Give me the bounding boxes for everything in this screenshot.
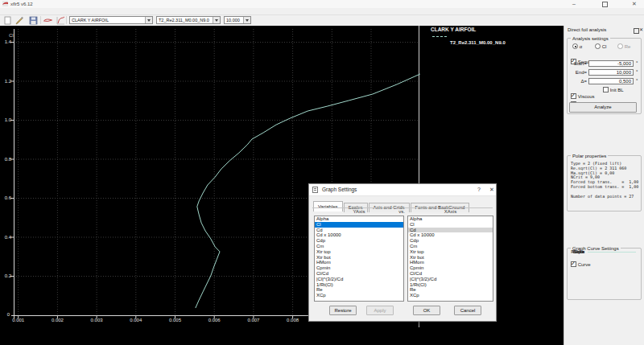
dialog-tabs: VariablesScalesAxis and GridsFonts and B… — [313, 198, 470, 207]
foil-select[interactable]: CLARK Y AIRFOIL — [69, 16, 153, 24]
xaxis-list-item[interactable]: Re — [408, 287, 493, 293]
curve-checkbox[interactable]: Curve — [571, 262, 591, 267]
x-tick-label: 0.007 — [243, 318, 264, 322]
x-tick-label: 0.006 — [204, 318, 225, 322]
toolbar-separator — [40, 16, 41, 24]
opp-select[interactable]: 10,000 — [224, 16, 251, 24]
ok-button[interactable]: OK — [413, 306, 440, 315]
start-input[interactable]: -5,000 — [588, 60, 634, 67]
app-icon — [2, 1, 8, 6]
dialog-title-bar[interactable]: Graph Settings ? ✕ — [309, 184, 496, 196]
xaxis-list-item[interactable]: Cpmin — [408, 265, 493, 271]
dock-title: Direct foil analysis — [568, 27, 606, 32]
curve-style-label: Color — [570, 248, 584, 256]
xaxis-list[interactable]: AlphaClCdCd x 10000CdpCmXtr topXtr botHM… — [407, 216, 493, 302]
curve-style-row[interactable]: Color — [570, 248, 638, 256]
float-dock-icon[interactable] — [634, 28, 639, 34]
help-button[interactable]: ? — [474, 187, 484, 192]
xaxis-list-item[interactable]: Cl/Cd — [408, 271, 493, 277]
graph-legend: CLARK Y AIRFOIL T2_Re2.311_M0.00_N9.0 — [431, 27, 506, 47]
xaxis-column-header: XAxis — [407, 209, 493, 214]
radio-re-circle[interactable] — [617, 43, 623, 49]
yaxis-list-item[interactable]: Cm — [315, 244, 403, 249]
yaxis-list-item[interactable]: Cdp — [315, 238, 403, 244]
close-button[interactable]: ✕ — [629, 0, 640, 8]
y-tick-label: 1.4 — [0, 39, 11, 44]
radio-cl-circle[interactable] — [595, 43, 601, 49]
yaxis-list[interactable]: AlphaClCdCd x 10000CdpCmXtr topXtr botHM… — [314, 216, 404, 302]
polar-properties-text: Type = 2 (Fixed lift) Re.sqrt(Cl) = 2 31… — [571, 162, 638, 199]
radio-alpha[interactable]: α — [572, 43, 582, 50]
polar-select-value: T2_Re2.311_M0.00_N9.0 — [159, 17, 213, 23]
radio-cl[interactable]: Cl — [595, 43, 606, 50]
new-file-icon[interactable] — [3, 16, 12, 25]
delta-input[interactable]: 0,500 — [588, 78, 634, 84]
xaxis-list-item[interactable]: Xtr top — [408, 249, 493, 255]
radio-re[interactable]: Re — [617, 43, 630, 50]
start-field-row: Start= -5,000 ° — [571, 60, 638, 67]
delta-field-row: Δ= 0,500 ° — [571, 78, 638, 84]
foil-design-icon[interactable] — [43, 16, 52, 25]
chevron-down-icon — [215, 19, 218, 22]
yaxis-list-item[interactable]: Cd — [315, 228, 403, 233]
apply-button[interactable]: Apply — [366, 306, 394, 315]
xaxis-list-item[interactable]: Cl — [408, 222, 493, 228]
x-tick-label: 0.008 — [283, 318, 303, 322]
open-edit-icon[interactable] — [15, 16, 24, 25]
init-bl-checkbox[interactable]: Init BL — [603, 87, 624, 93]
yaxis-list-item[interactable]: Re — [315, 287, 403, 293]
yaxis-list-item[interactable]: Cl — [315, 222, 403, 228]
save-icon[interactable] — [29, 16, 38, 25]
restore-button[interactable]: Restore — [329, 306, 357, 315]
init-bl-checkbox-box[interactable] — [603, 87, 609, 92]
y-tick-label: 1.2 — [0, 79, 11, 84]
xaxis-list-item[interactable]: 1/Rt(Cl) — [408, 282, 493, 288]
xaxis-list-item[interactable]: HMom — [408, 260, 493, 265]
polar-view-icon[interactable] — [56, 16, 65, 25]
yaxis-list-item[interactable]: Cl/Cd — [315, 271, 403, 277]
cancel-button[interactable]: Cancel — [454, 306, 481, 315]
x-tick-label: 0.004 — [126, 318, 147, 322]
yaxis-list-item[interactable]: HMom — [315, 260, 403, 265]
dropdown-button[interactable] — [213, 17, 220, 23]
analysis-settings-group: Analysis settings α Cl Re Sequence Start… — [567, 38, 642, 114]
yaxis-list-item[interactable]: Xtr bot — [315, 255, 403, 261]
maximize-button[interactable] — [602, 2, 608, 7]
dropdown-button[interactable] — [243, 17, 250, 23]
xaxis-list-item[interactable]: Alpha — [408, 216, 493, 222]
curve-style-preview[interactable] — [588, 252, 636, 253]
yaxis-list-item[interactable]: Xtr top — [315, 249, 403, 255]
xflr5-window: xflr5 v6.12 – ✕ FileViewFoilDesignAnalys… — [0, 0, 644, 345]
start-label: Start= — [571, 60, 587, 67]
polar-properties-group: Polar properties Type = 2 (Fixed lift) R… — [567, 155, 642, 212]
yaxis-list-item[interactable]: XCp — [315, 293, 403, 298]
delta-value: 0,500 — [619, 79, 631, 84]
y-axis-title: Cl — [9, 33, 14, 38]
legend-curve-sample — [432, 36, 447, 37]
xaxis-list-item[interactable]: Cd — [408, 228, 493, 233]
xaxis-list-item[interactable]: Cm — [408, 244, 493, 249]
xaxis-list-item[interactable]: |Cl|^(3/2)/Cd — [408, 277, 493, 282]
end-input[interactable]: 10,000 — [588, 69, 634, 76]
polar-select[interactable]: T2_Re2.311_M0.00_N9.0 — [156, 16, 221, 24]
yaxis-list-item[interactable]: Cpmin — [315, 265, 403, 271]
dropdown-button[interactable] — [145, 17, 152, 23]
tab-divider — [312, 207, 493, 208]
analyze-button[interactable]: Analyze — [569, 102, 637, 113]
radio-alpha-circle[interactable] — [572, 43, 578, 49]
xaxis-list-item[interactable]: XCp — [408, 293, 493, 298]
dialog-close-button[interactable]: ✕ — [487, 187, 497, 193]
xaxis-list-item[interactable]: Cdp — [408, 238, 493, 244]
xaxis-list-item[interactable]: Xtr bot — [408, 255, 493, 261]
y-tick-label: 1.0 — [0, 117, 11, 122]
xaxis-list-item[interactable]: Cd x 10000 — [408, 232, 493, 238]
curve-checkbox-box[interactable] — [571, 261, 576, 267]
end-value: 10,000 — [617, 70, 631, 75]
yaxis-list-item[interactable]: Cd x 10000 — [315, 232, 403, 238]
minimize-button[interactable]: – — [568, 0, 580, 8]
yaxis-list-item[interactable]: 1/Rt(Cl) — [315, 282, 403, 288]
close-dock-icon[interactable]: ✕ — [639, 27, 643, 32]
foil-select-value: CLARK Y AIRFOIL — [72, 17, 145, 23]
yaxis-list-item[interactable]: Alpha — [315, 216, 403, 222]
yaxis-list-item[interactable]: |Cl|^(3/2)/Cd — [315, 277, 403, 282]
